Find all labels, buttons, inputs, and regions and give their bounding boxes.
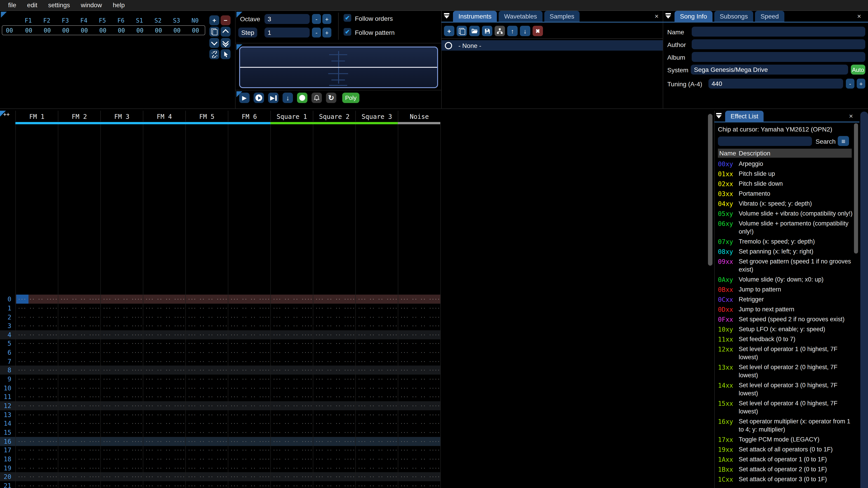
pattern-cell[interactable]: ··· ·· ·· ···· (58, 313, 100, 322)
pattern-cell[interactable]: ··· ·· ·· ···· (270, 384, 313, 393)
step-increase-button[interactable]: + (322, 28, 331, 37)
instrument-toggle-folders-button[interactable] (495, 26, 505, 36)
effect-row-1Cxx[interactable]: 1CxxSet attack of operator 3 (0 to 1F) (718, 475, 854, 484)
instrument-delete-button[interactable]: ✖ (532, 26, 543, 36)
pattern-cell[interactable]: ··· ·· ·· ···· (100, 384, 143, 393)
order-add-button[interactable]: + (209, 15, 219, 25)
pattern-cell[interactable]: ··· ·· ·· ···· (228, 455, 270, 464)
effect-row-0Axy[interactable]: 0AxyVolume slide (0y: down; x0: up) (718, 275, 854, 285)
pattern-cell[interactable]: ··· ·· ·· ···· (398, 321, 440, 330)
pattern-cell[interactable]: ··· ·· ·· ···· (185, 295, 228, 304)
pattern-cell[interactable]: ··· ·· ·· ···· (355, 313, 398, 322)
pattern-cell[interactable]: ··· ·· ·· ···· (398, 375, 440, 384)
step-row-button[interactable]: ↓ (283, 93, 293, 103)
pattern-cell[interactable]: ··· ·· ·· ···· (185, 321, 228, 330)
pattern-cell[interactable]: ··· ·· ·· ···· (143, 348, 185, 357)
pattern-cell[interactable]: ··· ·· ·· ···· (185, 384, 228, 393)
pattern-cell[interactable]: ··· ·· ·· ···· (58, 481, 100, 488)
metronome-button[interactable] (311, 93, 322, 103)
pattern-cell[interactable]: ··· ·· ·· ···· (185, 446, 228, 455)
pattern-cell[interactable]: ··· ·· ·· ···· (270, 321, 313, 330)
dock-border-songinfo[interactable] (663, 11, 663, 108)
pattern-cell[interactable]: ··· ·· ·· ···· (58, 392, 100, 401)
pattern-cell[interactable]: ··· ·· ·· ···· (100, 410, 143, 419)
pattern-cell[interactable]: ··· ·· ·· ···· (270, 392, 313, 401)
pattern-row-10[interactable]: 10··· ·· ·· ······· ·· ·· ······· ·· ·· … (0, 384, 441, 393)
pattern-cell[interactable]: ··· ·· ·· ···· (228, 330, 270, 339)
instrument-duplicate-button[interactable] (457, 26, 467, 36)
effect-row-09xx[interactable]: 09xxSet groove pattern (speed 1 if no gr… (718, 257, 854, 275)
pattern-cell[interactable]: ··· ·· ·· ···· (100, 446, 143, 455)
tab-wavetables[interactable]: Wavetables (499, 11, 542, 22)
pattern-cell[interactable]: ··· ·· ·· ···· (143, 366, 185, 375)
pattern-cell[interactable]: ··· ·· ·· ···· (398, 313, 440, 322)
pattern-cell[interactable]: ··· ·· ·· ···· (100, 428, 143, 437)
pattern-cell[interactable]: ··· ·· ·· ···· (100, 313, 143, 322)
follow-orders-checkbox[interactable]: ✔ (344, 14, 351, 22)
pattern-cell[interactable]: ··· ·· ·· ···· (58, 366, 100, 375)
pattern-cell[interactable]: ··· ·· ·· ···· (313, 348, 355, 357)
pattern-cell[interactable]: ··· ·· ·· ···· (185, 463, 228, 473)
pattern-cell[interactable]: ··· ·· ·· ···· (143, 339, 185, 348)
pattern-cell[interactable]: ··· ·· ·· ···· (270, 295, 313, 304)
pattern-cell[interactable]: ··· ·· ·· ···· (16, 437, 58, 446)
pattern-cell[interactable]: ··· ·· ·· ···· (398, 339, 440, 348)
channel-header-fm-5[interactable]: FM 5 (185, 111, 228, 122)
pattern-cell[interactable]: ··· ·· ·· ···· (228, 446, 270, 455)
pattern-cell[interactable]: ··· ·· ·· ···· (398, 481, 440, 488)
pattern-cell[interactable]: ··· ·· ·· ···· (100, 321, 143, 330)
pattern-cell[interactable]: ··· ·· ·· ···· (143, 419, 185, 428)
pattern-cell[interactable]: ··· ·· ·· ···· (313, 384, 355, 393)
step-input[interactable]: 1 (265, 28, 310, 37)
pattern-cell[interactable]: ··· ·· ·· ···· (58, 437, 100, 446)
pattern-cell[interactable]: ··· ·· ·· ···· (185, 313, 228, 322)
pattern-cell[interactable]: ··· ·· ·· ···· (313, 463, 355, 473)
pattern-cell[interactable]: ··· ·· ·· ···· (16, 428, 58, 437)
pattern-row-12[interactable]: 12··· ·· ·· ······· ·· ·· ······· ·· ·· … (0, 401, 441, 410)
effect-row-10xy[interactable]: 10xySetup LFO (x: enable; y: speed) (718, 324, 854, 334)
pattern-header-mode-button[interactable]: ++ (3, 111, 10, 118)
menu-item-window[interactable]: window (75, 0, 107, 10)
pattern-cell[interactable]: ··· ·· ·· ···· (185, 392, 228, 401)
pattern-cell[interactable]: ··· ·· ·· ···· (16, 366, 58, 375)
pattern-cell[interactable]: ··· ·· ·· ···· (270, 401, 313, 410)
channel-header-square-2[interactable]: Square 2 (313, 111, 355, 122)
pattern-cell[interactable]: ··· ·· ·· ···· (270, 455, 313, 464)
pattern-cell[interactable]: ··· ·· ·· ···· (270, 410, 313, 419)
pattern-cell[interactable]: ··· ·· ·· ···· (143, 321, 185, 330)
pattern-cell[interactable]: ··· ·· ·· ···· (100, 455, 143, 464)
effect-row-0Bxx[interactable]: 0BxxJump to pattern (718, 285, 854, 295)
pattern-row-20[interactable]: 20··· ·· ·· ······· ·· ·· ······· ·· ·· … (0, 473, 441, 482)
play-pattern-button[interactable] (254, 93, 264, 103)
pattern-row-14[interactable]: 14··· ·· ·· ······· ·· ·· ······· ·· ·· … (0, 419, 441, 428)
pattern-cell[interactable]: ··· ·· ·· ···· (398, 357, 440, 366)
pattern-cell[interactable]: ··· ·· ·· ···· (398, 304, 440, 313)
pattern-cell[interactable]: ··· ·· ·· ···· (270, 437, 313, 446)
pattern-cell[interactable]: ··· ·· ·· ···· (143, 313, 185, 322)
tab-subsongs[interactable]: Subsongs (714, 11, 753, 22)
effect-row-17xx[interactable]: 17xxToggle PCM mode (LEGACY) (718, 435, 854, 445)
pattern-cell[interactable]: ··· ·· ·· ···· (398, 410, 440, 419)
pattern-cell[interactable]: ··· ·· ·· ···· (143, 392, 185, 401)
pattern-cell[interactable]: ··· ·· ·· ···· (58, 357, 100, 366)
tuning-increase-button[interactable]: + (857, 78, 865, 89)
pattern-cell[interactable]: ··· ·· ·· ···· (313, 366, 355, 375)
octave-increase-button[interactable]: + (322, 14, 331, 24)
pattern-cell[interactable]: ··· ·· ·· ···· (355, 348, 398, 357)
pattern-cell[interactable]: ··· ·· ·· ···· (398, 330, 440, 339)
pattern-cell[interactable]: ··· ·· ·· ···· (16, 348, 58, 357)
pattern-row-7[interactable]: 7··· ·· ·· ······· ·· ·· ······· ·· ·· ·… (0, 357, 441, 366)
pattern-cell[interactable]: ··· ·· ·· ···· (185, 419, 228, 428)
channel-header-noise[interactable]: Noise (398, 111, 440, 122)
instruments-collapse-button[interactable] (444, 13, 450, 19)
pattern-cell[interactable]: ··· ·· ·· ···· (270, 419, 313, 428)
pattern-cell[interactable]: ··· ·· ·· ···· (185, 366, 228, 375)
pattern-cell[interactable]: ··· ·· ·· ···· (185, 437, 228, 446)
effect-row-03xx[interactable]: 03xxPortamento (718, 189, 854, 199)
edit-record-toggle-button[interactable] (297, 93, 307, 103)
pattern-cell[interactable]: ··· ·· ·· ···· (313, 473, 355, 482)
pattern-cell[interactable]: ··· ·· ·· ···· (398, 437, 440, 446)
pattern-cell[interactable]: ··· ·· ·· ···· (16, 392, 58, 401)
order-cell[interactable]: 00 (75, 27, 94, 34)
pattern-cell[interactable]: ··· ·· ·· ···· (100, 473, 143, 482)
